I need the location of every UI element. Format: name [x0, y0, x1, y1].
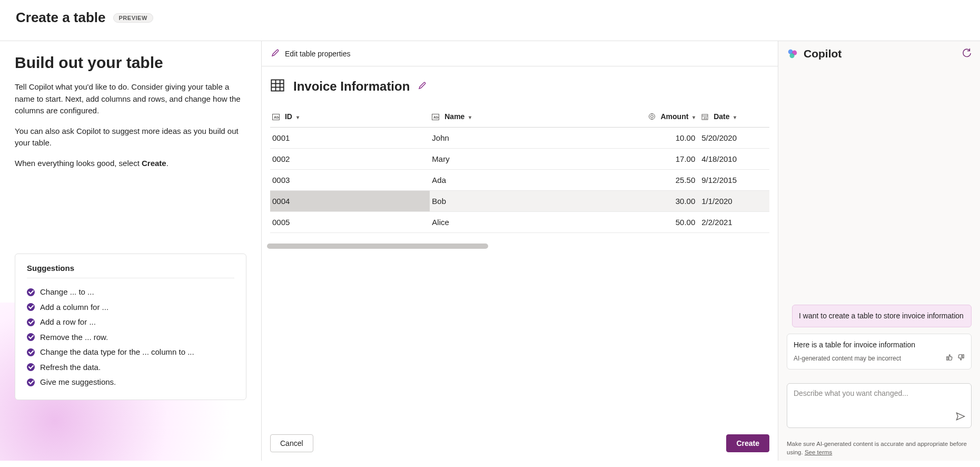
suggestion-item[interactable]: Add a row for ... [27, 315, 234, 330]
refresh-icon[interactable] [962, 48, 972, 60]
cell-date[interactable]: 9/12/2015 [699, 169, 769, 190]
text-icon: Abc [432, 113, 439, 122]
pencil-icon [271, 48, 280, 59]
cell-amount[interactable]: 10.00 [600, 127, 700, 148]
suggestion-item[interactable]: Refresh the data. [27, 360, 234, 375]
edit-table-properties[interactable]: Edit table properties [262, 41, 778, 66]
left-panel: Build out your table Tell Copilot what y… [0, 41, 262, 461]
suggestions-card: Suggestions Change ... to ...Add a colum… [15, 254, 246, 400]
cancel-button[interactable]: Cancel [270, 434, 313, 452]
suggestion-item[interactable]: Add a column for ... [27, 300, 234, 315]
cell-id[interactable]: 0005 [270, 211, 430, 232]
cell-date[interactable]: 5/20/2020 [699, 127, 769, 148]
cell-date[interactable]: 4/18/2010 [699, 148, 769, 169]
column-header-date[interactable]: 21 Date ▾ [699, 107, 769, 127]
check-icon [27, 378, 35, 386]
intro-p2: You can also ask Copilot to suggest more… [15, 125, 246, 149]
suggestion-label: Change the data type for the ... column … [40, 345, 194, 360]
table-row[interactable]: 0002Mary17.004/18/2010 [270, 148, 769, 169]
suggestion-item[interactable]: Change the data type for the ... column … [27, 345, 234, 360]
thumbs-down-icon[interactable] [957, 354, 965, 364]
chevron-down-icon: ▾ [692, 114, 695, 120]
check-icon [27, 303, 35, 311]
copilot-input-box[interactable] [787, 383, 972, 428]
cell-amount[interactable]: 30.00 [600, 190, 700, 211]
edit-props-label: Edit table properties [285, 50, 351, 58]
cell-name[interactable]: John [430, 127, 599, 148]
suggestion-label: Change ... to ... [40, 285, 94, 300]
table-row[interactable]: 0004Bob30.001/1/2020 [270, 190, 769, 211]
copilot-panel: Copilot I want to create a table to stor… [778, 41, 980, 461]
copilot-title: Copilot [804, 47, 842, 60]
table-name: Invoice Information [293, 79, 410, 94]
pencil-icon[interactable] [418, 81, 427, 91]
copilot-logo-icon [787, 48, 798, 60]
suggestion-label: Add a row for ... [40, 315, 96, 330]
suggestion-label: Add a column for ... [40, 300, 108, 315]
svg-rect-0 [271, 80, 283, 91]
cell-id[interactable]: 0002 [270, 148, 430, 169]
preview-badge: PREVIEW [113, 13, 153, 23]
svg-text:21: 21 [704, 116, 707, 120]
suggestion-item[interactable]: Give me suggestions. [27, 375, 234, 390]
horizontal-scrollbar[interactable] [267, 244, 488, 249]
ai-message: Here is a table for invoice information … [787, 334, 972, 369]
table-row[interactable]: 0003Ada25.509/12/2015 [270, 169, 769, 190]
cell-amount[interactable]: 25.50 [600, 169, 700, 190]
user-message: I want to create a table to store invoic… [792, 305, 972, 327]
section-title: Build out your table [15, 54, 246, 72]
ai-disclaimer: AI-generated content may be incorrect [794, 354, 901, 363]
suggestion-label: Give me suggestions. [40, 375, 116, 390]
page-header: Create a table PREVIEW [0, 0, 980, 41]
chevron-down-icon: ▾ [296, 114, 299, 120]
calendar-icon: 21 [701, 113, 708, 122]
cell-name[interactable]: Ada [430, 169, 599, 190]
table-header: Invoice Information [262, 66, 778, 100]
chevron-down-icon: ▾ [469, 114, 471, 120]
ai-message-text: Here is a table for invoice information [794, 339, 965, 351]
cell-amount[interactable]: 17.00 [600, 148, 700, 169]
suggestion-item[interactable]: Remove the ... row. [27, 330, 234, 345]
svg-text:Abc: Abc [433, 115, 439, 119]
text-icon: Abc [272, 113, 280, 122]
center-panel: Edit table properties Invoice Informatio… [262, 41, 778, 461]
send-icon[interactable] [955, 411, 966, 423]
cell-name[interactable]: Alice [430, 211, 599, 232]
check-icon [27, 333, 35, 341]
suggestion-item[interactable]: Change ... to ... [27, 285, 234, 300]
chevron-down-icon: ▾ [734, 114, 736, 120]
copilot-input[interactable] [794, 389, 965, 414]
intro-p3: When everything looks good, select Creat… [15, 158, 246, 170]
cell-date[interactable]: 2/2/2021 [699, 211, 769, 232]
table-row[interactable]: 0001John10.005/20/2020 [270, 127, 769, 148]
divider [27, 278, 234, 278]
table-row[interactable]: 0005Alice50.002/2/2021 [270, 211, 769, 232]
column-header-amount[interactable]: Amount ▾ [600, 107, 700, 127]
cell-name[interactable]: Bob [430, 190, 599, 211]
column-header-name[interactable]: Abc Name ▾ [430, 107, 599, 127]
check-icon [27, 288, 35, 296]
check-icon [27, 348, 35, 356]
svg-point-18 [790, 53, 795, 58]
table-icon [270, 78, 285, 94]
thumbs-up-icon[interactable] [946, 354, 953, 364]
cell-name[interactable]: Mary [430, 148, 599, 169]
cell-date[interactable]: 1/1/2020 [699, 190, 769, 211]
page-title: Create a table [16, 9, 106, 26]
svg-point-9 [649, 113, 655, 119]
cell-id[interactable]: 0001 [270, 127, 430, 148]
create-button[interactable]: Create [726, 434, 769, 452]
cell-id[interactable]: 0004 [270, 190, 430, 211]
cell-id[interactable]: 0003 [270, 169, 430, 190]
check-icon [27, 318, 35, 326]
svg-text:Abc: Abc [274, 115, 280, 119]
suggestion-label: Refresh the data. [40, 360, 101, 375]
suggestion-label: Remove the ... row. [40, 330, 108, 345]
intro-p1: Tell Copilot what you'd like to do. Cons… [15, 81, 246, 117]
column-header-id[interactable]: Abc ID ▾ [270, 107, 430, 127]
svg-point-10 [651, 115, 654, 118]
cell-amount[interactable]: 50.00 [600, 211, 700, 232]
see-terms-link[interactable]: See terms [805, 449, 832, 455]
copilot-footer-note: Make sure AI-generated content is accura… [787, 440, 972, 456]
data-table: Abc ID ▾ Abc Name ▾ Amount ▾ [270, 107, 769, 233]
